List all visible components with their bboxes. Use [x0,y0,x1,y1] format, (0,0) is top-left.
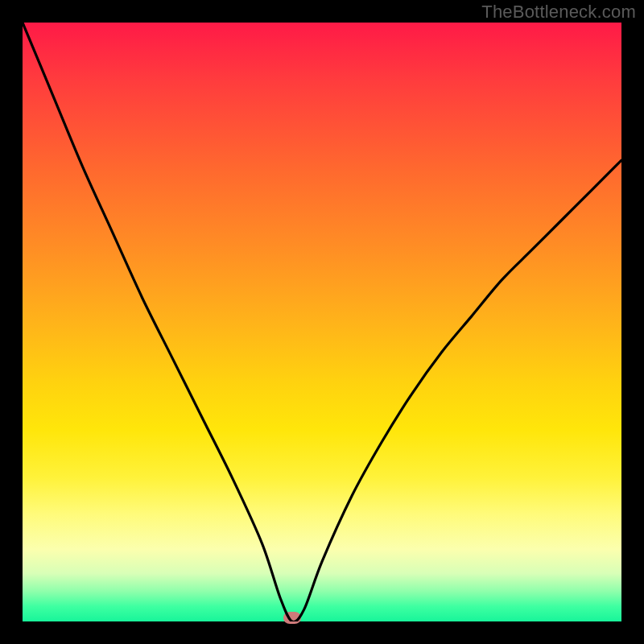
plot-area [23,23,621,621]
watermark-text: TheBottleneck.com [481,2,636,23]
curve-svg [23,23,621,621]
chart-frame: TheBottleneck.com [0,0,644,644]
bottleneck-curve [23,23,621,621]
